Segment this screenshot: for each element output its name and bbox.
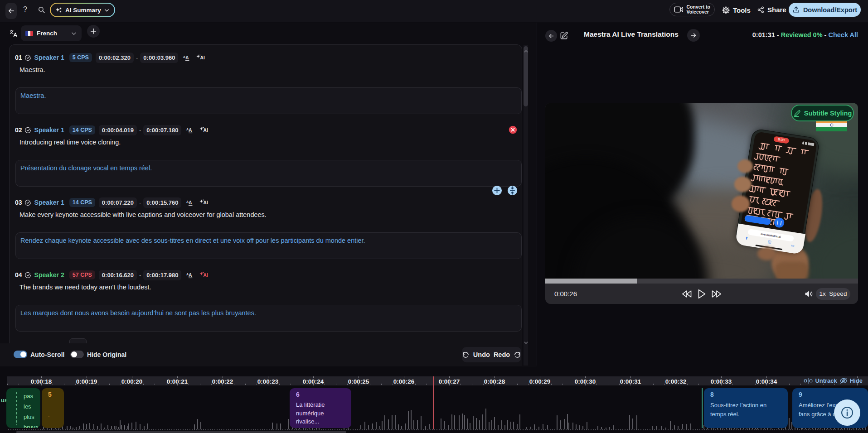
svg-text:AI: AI <box>204 273 208 278</box>
svg-text:A: A <box>189 272 192 278</box>
svg-text:AI: AI <box>204 200 208 205</box>
svg-text:A: A <box>189 200 192 205</box>
svg-text:AI: AI <box>200 55 205 60</box>
svg-text:A: A <box>189 127 192 133</box>
svg-text:A: A <box>185 55 189 60</box>
svg-text:AI: AI <box>204 128 208 133</box>
